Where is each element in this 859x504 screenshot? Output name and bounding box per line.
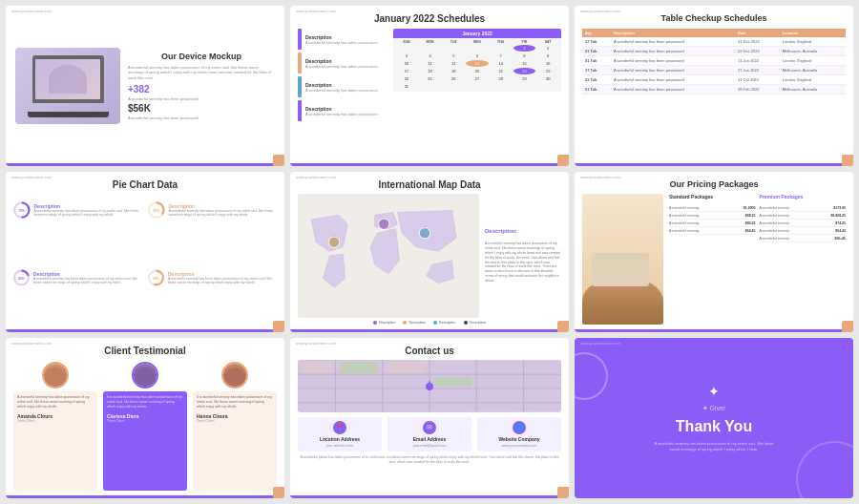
table-row: 31 Tab A wonderful serenity has been pos… bbox=[582, 56, 846, 66]
testimonial-card-1: A wonderful serenity has taken possessio… bbox=[13, 362, 97, 491]
cell-loc: London, England bbox=[780, 75, 846, 85]
slide-testimonial: www.yoursitename.com Client Testimonial … bbox=[6, 338, 284, 498]
pie-grid: 75% Description A wonderful serenity has… bbox=[13, 196, 277, 325]
col-date: Date bbox=[735, 29, 780, 37]
svg-point-18 bbox=[419, 228, 430, 239]
legend-label: Description bbox=[379, 321, 396, 325]
cal-day: 30 bbox=[536, 75, 559, 82]
legend-label: Description bbox=[409, 321, 426, 325]
contact-value-location: your address here bbox=[326, 444, 353, 448]
legend-item-3: Description bbox=[433, 321, 456, 325]
location-icon: 📍 bbox=[333, 421, 346, 434]
pricing-header: Standard Packages Premium Packages bbox=[669, 194, 846, 201]
cell-desc: A wonderful serenity has been possessed bbox=[611, 66, 735, 75]
cell-loc: Melbourne, Australia bbox=[780, 47, 846, 56]
cal-day: 10 bbox=[395, 60, 418, 67]
slide-device-mockup: www.yoursitename.com Our Device Mockup A… bbox=[6, 6, 284, 166]
legend-dot bbox=[433, 321, 437, 325]
cell-date: 11 Oct 2022 bbox=[735, 75, 780, 85]
pie-item-2: 60% Description A wonderful serenity has… bbox=[148, 196, 277, 258]
schedule-item: Description A wonderful serenity has tak… bbox=[298, 76, 388, 97]
pricing-row: A wonderful serenity $9,968.25 bbox=[760, 212, 847, 220]
avatar-bg-3 bbox=[223, 364, 246, 387]
sched-detail: A wonderful serenity has taken possessio… bbox=[305, 64, 378, 69]
day-label: THU bbox=[490, 40, 513, 44]
cal-day bbox=[442, 45, 465, 52]
slide-title: Pie Chart Data bbox=[13, 179, 277, 190]
cell-date: 28 Feb 2022 bbox=[735, 85, 780, 94]
schedule-list: Description A wonderful serenity has tak… bbox=[298, 29, 388, 158]
cell-loc: Melbourne, Australia bbox=[780, 85, 846, 94]
cal-day: 6 bbox=[466, 52, 489, 59]
decorative-circle-2 bbox=[796, 441, 853, 498]
cal-day: 25 bbox=[419, 75, 442, 82]
decorative-circle-1 bbox=[575, 352, 608, 400]
legend-dot bbox=[373, 321, 377, 325]
cal-day: 16 bbox=[536, 60, 559, 67]
cell-date: 22 Dec 2022 bbox=[735, 47, 780, 56]
sched-detail: A wonderful serenity has taken possessio… bbox=[305, 112, 378, 116]
col-location: Location bbox=[780, 29, 846, 37]
cell-age: 31 Tab bbox=[582, 56, 611, 66]
slide-schedules: www.yoursitename.com January 2022 Schedu… bbox=[290, 6, 569, 166]
standard-label: Standard Packages bbox=[669, 194, 756, 200]
row-price: $54.43 bbox=[835, 229, 846, 233]
day-label: WED bbox=[466, 40, 489, 44]
cal-day: 29 bbox=[513, 75, 536, 82]
pricing-body: Standard Packages Premium Packages A won… bbox=[582, 194, 846, 325]
slide-url: www.yoursitename.com bbox=[11, 9, 52, 13]
avatar-bg-2 bbox=[134, 364, 157, 387]
cal-day-highlighted: 22 bbox=[513, 68, 536, 74]
purple-strip bbox=[6, 329, 284, 332]
svg-point-16 bbox=[328, 237, 339, 247]
thank-you-title: Thank You bbox=[676, 418, 752, 435]
orange-corner bbox=[842, 155, 853, 166]
pricing-row: A wonderful serenity 300+45 bbox=[760, 235, 847, 242]
thank-you-description: A wonderful serenity has taken possessio… bbox=[652, 441, 776, 452]
cal-day: 21 bbox=[490, 68, 513, 74]
contact-label-location: Location Address bbox=[320, 436, 360, 442]
cell-loc: London, England bbox=[780, 37, 846, 47]
cal-day: 7 bbox=[490, 52, 513, 59]
pie-item-3: 45% Description A wonderful serenity has… bbox=[13, 263, 142, 326]
cal-day-salmon: 13 bbox=[466, 60, 489, 67]
contact-email: ✉ Email Address youremail@gmail.com bbox=[388, 417, 471, 452]
svg-point-17 bbox=[379, 219, 389, 229]
legend-item-1: Description bbox=[373, 321, 396, 325]
sched-color-2 bbox=[298, 52, 302, 74]
slide-pricing: www.yoursitename.com Our Pricing Package… bbox=[575, 172, 853, 332]
stat1-desc: A wonderful serenity has been possessed bbox=[128, 96, 275, 101]
cell-desc: A wonderful serenity has been possessed bbox=[611, 85, 735, 94]
slide-thank-you: www.yoursitename.com ✦ ✦ Giver Thank You… bbox=[575, 338, 853, 498]
sched-detail: A wonderful serenity has taken possessio… bbox=[305, 88, 378, 93]
contact-label-website: Website Company bbox=[498, 436, 539, 442]
orange-corner bbox=[557, 321, 569, 332]
pie-detail: A wonderful serenity has been taken poss… bbox=[33, 277, 142, 284]
orange-corner bbox=[842, 321, 853, 332]
standard-section: Standard Packages bbox=[669, 194, 756, 201]
cal-day: 8 bbox=[513, 52, 536, 59]
purple-strip bbox=[290, 163, 569, 166]
day-label: FRI bbox=[513, 40, 536, 44]
map-grid bbox=[298, 360, 561, 412]
pie-desc: Description A wonderful serenity has tak… bbox=[169, 203, 278, 217]
sched-text-3: Description A wonderful serenity has tak… bbox=[305, 82, 378, 93]
purple-strip bbox=[575, 329, 853, 332]
svg-text:75%: 75% bbox=[18, 209, 25, 213]
card-text-2: It is wonderful serenity has taken posse… bbox=[107, 395, 183, 410]
world-map-svg bbox=[298, 194, 479, 318]
map-description: Description A wonderful serenity has tak… bbox=[485, 194, 561, 318]
map-legend: Description Description Description Desc… bbox=[298, 321, 561, 325]
card-text-3: It is wonderful serenity has taken posse… bbox=[197, 395, 273, 410]
cell-desc: A wonderful serenity has been possessed bbox=[611, 56, 735, 66]
row-price: $86.22 bbox=[745, 221, 756, 225]
slide-url: www.yoursitename.com bbox=[296, 9, 336, 13]
orange-corner bbox=[557, 487, 569, 498]
pricing-columns: Standard Packages Premium Packages A won… bbox=[669, 194, 846, 325]
purple-strip bbox=[290, 495, 569, 498]
standard-rows: A wonderful serenity $1,0000 A wonderful… bbox=[669, 204, 756, 242]
cell-desc: A wonderful serenity has been possessed bbox=[611, 75, 735, 85]
cell-desc: A wonderful serenity has been possessed bbox=[611, 47, 735, 56]
pricing-row: A wonderful serenity $64.45 bbox=[669, 227, 756, 235]
cal-day: 31 bbox=[395, 83, 418, 90]
